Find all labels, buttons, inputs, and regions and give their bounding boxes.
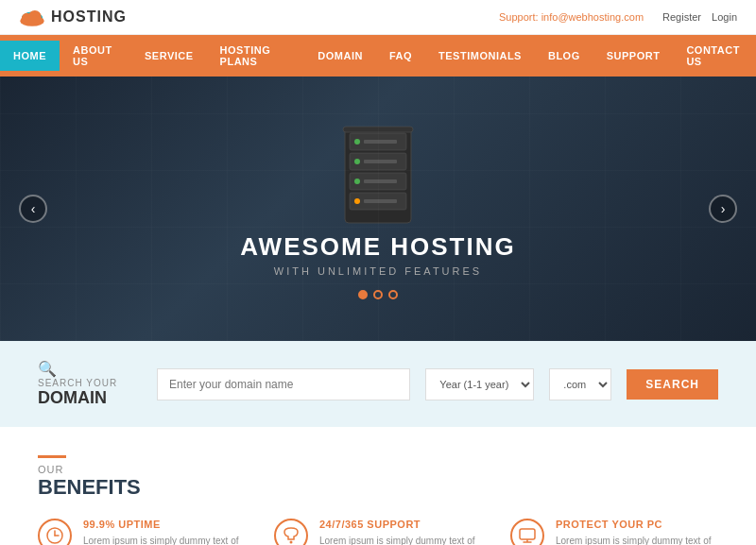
support-title: 24/7/365 SUPPORT	[319, 519, 482, 530]
hero-dots	[358, 290, 398, 299]
nav-contact[interactable]: CONTACT US	[673, 35, 756, 77]
nav-testimonials[interactable]: TESTIMONIALS	[425, 41, 535, 71]
nav-domain[interactable]: DOMAIN	[304, 41, 376, 71]
nav-about[interactable]: ABOUT US	[60, 35, 131, 77]
nav-home[interactable]: HOME	[0, 41, 60, 71]
nav-support[interactable]: SUPPORT	[593, 41, 674, 71]
register-link[interactable]: Register	[662, 11, 701, 23]
hero-next-button[interactable]: ›	[709, 195, 737, 223]
year-select[interactable]: Year (1-1 year) 1 Year 2 Years	[425, 368, 534, 400]
ext-select[interactable]: .com .net .org .info	[549, 368, 611, 400]
benefits-grid: 99.9% UPTIME Lorem ipsum is simply dummy…	[38, 519, 718, 545]
nav-service[interactable]: SERVICE	[131, 41, 207, 71]
header-right: Support: info@webhosting.com Register Lo…	[499, 11, 737, 23]
uptime-content: 99.9% UPTIME Lorem ipsum is simply dummy…	[83, 519, 246, 545]
domain-label: 🔍 SEARCH YOUR DOMAIN	[38, 360, 142, 408]
benefit-protect: PROTECT YOUR PC Lorem ipsum is simply du…	[510, 519, 718, 545]
header: HOSTING Support: info@webhosting.com Reg…	[0, 0, 756, 35]
logo: HOSTING	[19, 8, 127, 26]
hero-dot-2[interactable]	[373, 290, 383, 299]
benefits-section: OUR BENEFITS 99.9% UPTIME Lorem ipsum is…	[0, 427, 756, 545]
header-links: Register Login	[655, 11, 737, 23]
nav-blog[interactable]: BLOG	[535, 41, 593, 71]
logo-text: HOSTING	[51, 9, 127, 26]
domain-search-section: 🔍 SEARCH YOUR DOMAIN Year (1-1 year) 1 Y…	[0, 341, 756, 427]
benefits-title: BENEFITS	[38, 475, 718, 500]
svg-rect-22	[520, 529, 535, 539]
nav-hosting-plans[interactable]: HOSTING PLANS	[207, 35, 305, 77]
hero-background	[0, 77, 756, 341]
uptime-text: Lorem ipsum is simply dummy text of the …	[83, 534, 246, 545]
uptime-title: 99.9% UPTIME	[83, 519, 246, 530]
hero-dot-3[interactable]	[388, 290, 398, 299]
benefit-uptime: 99.9% UPTIME Lorem ipsum is simply dummy…	[38, 519, 246, 545]
support-content: 24/7/365 SUPPORT Lorem ipsum is simply d…	[319, 519, 482, 545]
hero-subtitle: WITH UNLIMITED FEATURES	[240, 265, 515, 277]
support-icon	[274, 519, 308, 545]
protect-text: Lorem ipsum is simply dummy text of the …	[556, 534, 718, 545]
main-nav: HOME ABOUT US SERVICE HOSTING PLANS DOMA…	[0, 35, 756, 77]
protect-title: PROTECT YOUR PC	[556, 519, 718, 530]
hero-dot-1[interactable]	[358, 290, 368, 299]
search-button[interactable]: SEARCH	[627, 369, 718, 400]
domain-input[interactable]	[157, 368, 410, 400]
hero-title: AWESOME HOSTING	[240, 232, 515, 262]
nav-faq[interactable]: FAQ	[376, 41, 425, 71]
support-info: Support: info@webhosting.com	[499, 11, 644, 23]
hero-prev-button[interactable]: ‹	[19, 195, 47, 223]
support-text: Lorem ipsum is simply dummy text of the …	[319, 534, 482, 545]
benefits-divider	[38, 455, 66, 458]
svg-point-3	[20, 16, 43, 26]
benefits-our-label: OUR	[38, 464, 718, 475]
cloud-icon	[19, 8, 45, 26]
benefit-support: 24/7/365 SUPPORT Lorem ipsum is simply d…	[274, 519, 482, 545]
uptime-icon	[38, 519, 72, 545]
hero-text: AWESOME HOSTING WITH UNLIMITED FEATURES	[240, 232, 515, 277]
benefits-header: OUR BENEFITS	[38, 455, 718, 500]
protect-content: PROTECT YOUR PC Lorem ipsum is simply du…	[556, 519, 718, 545]
svg-point-21	[290, 541, 293, 544]
hero-section: ‹ AWESOME HOSTING WITH UNLIMITED FEATURE…	[0, 77, 756, 341]
protect-icon	[510, 519, 544, 545]
domain-label-top: SEARCH YOUR	[38, 378, 142, 388]
login-link[interactable]: Login	[712, 11, 737, 23]
search-icon: 🔍	[38, 360, 142, 378]
domain-label-bottom: DOMAIN	[38, 388, 142, 408]
